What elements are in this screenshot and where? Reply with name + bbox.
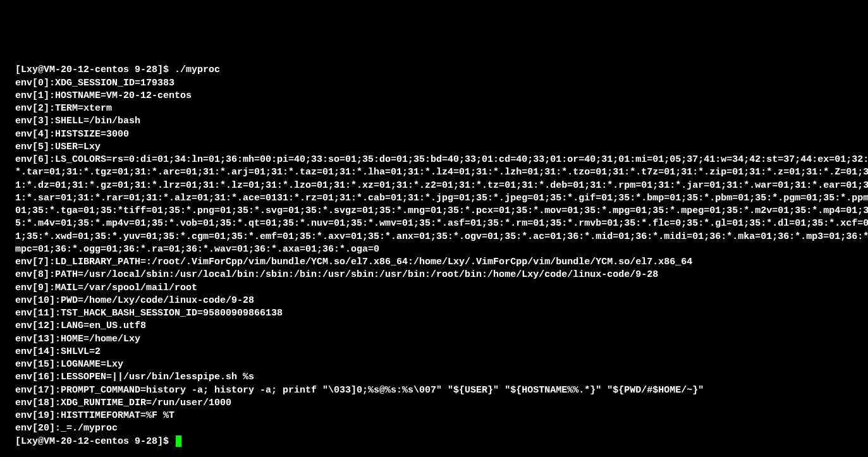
terminal-output-line: env[20]:_=./myproc <box>15 422 868 435</box>
terminal-output-line: env[4]:HISTSIZE=3000 <box>15 128 868 141</box>
terminal-output-line: env[10]:PWD=/home/Lxy/code/linux-code/9-… <box>15 295 868 307</box>
terminal-output-line: env[13]:HOME=/home/Lxy <box>15 333 868 346</box>
terminal-output-line: env[6]:LS_COLORS=rs=0:di=01;34:ln=01;36:… <box>15 154 868 256</box>
terminal-output-line: env[9]:MAIL=/var/spool/mail/root <box>15 282 868 295</box>
terminal-output-line: env[12]:LANG=en_US.utf8 <box>15 320 868 332</box>
terminal-output-line: env[8]:PATH=/usr/local/sbin:/usr/local/b… <box>15 269 868 281</box>
terminal-output-line: env[0]:XDG_SESSION_ID=179383 <box>15 77 868 90</box>
terminal-output-line: env[5]:USER=Lxy <box>15 141 868 154</box>
terminal-output-line: env[16]:LESSOPEN=||/usr/bin/lesspipe.sh … <box>15 371 868 384</box>
terminal-output-line: env[14]:SHLVL=2 <box>15 346 868 358</box>
terminal-output-line: env[15]:LOGNAME=Lxy <box>15 358 868 371</box>
terminal-output-line: env[17]:PROMPT_COMMAND=history -a; histo… <box>15 384 868 397</box>
terminal-output-line: env[2]:TERM=xterm <box>15 102 868 115</box>
terminal-output-line: env[11]:TST_HACK_BASH_SESSION_ID=9580090… <box>15 307 868 320</box>
terminal-output-line: env[1]:HOSTNAME=VM-20-12-centos <box>15 90 868 102</box>
terminal-output-line: env[7]:LD_LIBRARY_PATH=:/root/.VimForCpp… <box>15 256 868 269</box>
terminal-output-line: env[18]:XDG_RUNTIME_DIR=/run/user/1000 <box>15 397 868 410</box>
terminal-output-line: [Lxy@VM-20-12-centos 9-28]$ ./myproc <box>15 64 868 76</box>
terminal-output-line: env[3]:SHELL=/bin/bash <box>15 115 868 128</box>
terminal-prompt[interactable]: [Lxy@VM-20-12-centos 9-28]$ <box>15 436 174 447</box>
terminal-cursor[interactable] <box>176 436 181 447</box>
terminal-output-line: env[19]:HISTTIMEFORMAT=%F %T <box>15 410 868 422</box>
